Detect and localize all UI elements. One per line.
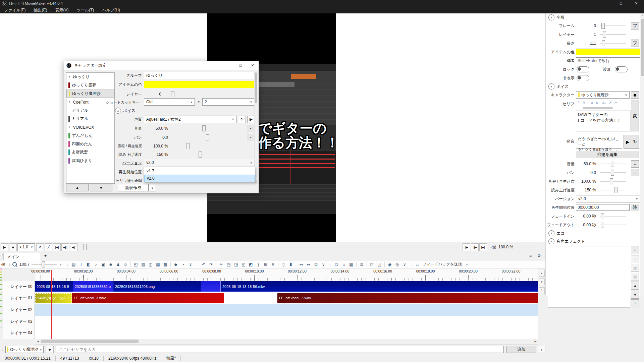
feedback-button[interactable]: フィードバックを送信 — [423, 262, 462, 267]
property-slider[interactable] — [600, 170, 626, 176]
version-option[interactable]: v1.7 — [144, 167, 255, 175]
menu-item-3[interactable]: ツール(T) — [72, 7, 98, 13]
frame-snap-button[interactable]: ⊡ — [313, 261, 319, 267]
tab-main[interactable]: メイン — [3, 253, 41, 260]
layer-lane[interactable]: DAWでギターのFコードLE_off vocal_3.wavLE_off voc… — [35, 293, 538, 304]
redo-button[interactable]: ↷ — [208, 261, 214, 267]
next-item-button[interactable]: |▶ — [463, 243, 470, 251]
layers-scroll-up-button[interactable]: ▲ — [539, 270, 545, 277]
close-button[interactable]: ✕ — [629, 0, 644, 7]
skip-to-end-button[interactable]: ▶| — [479, 243, 487, 251]
font-icon[interactable]: A — [591, 101, 593, 105]
toggle-switch[interactable] — [577, 75, 589, 81]
cut-icon[interactable]: ✂ — [614, 101, 618, 105]
layer-grip-icon[interactable]: ⋮ — [5, 320, 8, 323]
layer-header[interactable]: ⋮レイヤー 01 — [3, 293, 35, 304]
delete-all-button[interactable]: ▮ — [288, 261, 294, 267]
volume-slider[interactable] — [516, 244, 540, 250]
add-group-item[interactable]: ▩ — [162, 261, 168, 267]
timeline-playhead[interactable] — [51, 270, 52, 339]
timeline-clip[interactable]: 2025081513311203.png — [113, 281, 201, 292]
timeline-clip[interactable]: 2025081513353682.p — [73, 281, 113, 292]
timeline-zoom-slider[interactable] — [32, 261, 57, 267]
collapse-chevron-icon[interactable]: ∨ — [548, 230, 554, 236]
character-edit-button[interactable]: ☻ — [631, 91, 639, 99]
add-voice-item[interactable]: ▤ — [71, 261, 77, 267]
pronunciation-play-button[interactable]: ▶ — [624, 135, 632, 149]
lock-button[interactable]: ◩ — [248, 261, 254, 267]
layer-grip-icon[interactable]: ⋮ — [5, 331, 8, 335]
add-serif-button[interactable]: 追加 — [506, 346, 536, 353]
layer-header[interactable]: ⋮レイヤー 04 — [3, 327, 35, 339]
timeline-scrollbar-thumb[interactable] — [41, 340, 139, 343]
serif-textarea[interactable]: DAWでギターの Fコードを作る方法！！ — [576, 111, 631, 131]
add-effect-item[interactable]: ▨ — [140, 261, 146, 267]
next-frame-button[interactable]: ||▶ — [471, 243, 479, 251]
copy-style-button[interactable]: ◸ — [369, 261, 375, 267]
edit-more-chevron[interactable]: ∨ — [320, 261, 326, 267]
pronunciation-textarea[interactable]: だうで/ぎたーの/えふ/こーど を/_ツくる/ほうほう、、 — [576, 135, 622, 149]
property-slider[interactable] — [600, 161, 626, 167]
speech-character-select[interactable]: ゆっくり魔理沙 ∨ — [5, 346, 44, 353]
menu-item-1[interactable]: 編集(E) — [30, 7, 51, 13]
open-project-button[interactable]: ⌂ — [341, 261, 347, 267]
timeline-zoom-value[interactable]: 100.7 — [19, 262, 30, 267]
bold-icon[interactable]: B — [583, 101, 585, 105]
skip-to-start-button[interactable]: |◀ — [53, 243, 61, 251]
layer-header[interactable]: ⋮レイヤー 00 — [3, 281, 35, 293]
feedback-chevron[interactable]: ∨ — [464, 261, 470, 267]
layers-more-button[interactable]: ⋮ — [539, 287, 545, 294]
timeline-settings-icon[interactable]: ⚙ — [537, 253, 541, 258]
grid-button[interactable]: ⊞ — [263, 261, 269, 267]
shortcut-key-select[interactable]: Ctrl∨ — [144, 98, 195, 106]
output-more-chevron[interactable]: ∨ — [401, 261, 408, 267]
property-slider[interactable] — [600, 187, 626, 193]
toggle-switch[interactable] — [615, 66, 628, 72]
save-project-button[interactable]: ▦ — [348, 261, 354, 267]
paste-style-button[interactable]: ◿ — [376, 261, 382, 267]
align-button[interactable]: ≡ — [270, 261, 276, 267]
layer-grip-icon[interactable]: ⋮ — [5, 296, 8, 300]
add-face-item[interactable]: ☺ — [122, 261, 128, 267]
timeline-menu-icon[interactable]: ≡ — [529, 253, 532, 258]
menu-item-0[interactable]: ファイル(F) — [0, 7, 30, 13]
voice-play-button[interactable]: ▶ — [247, 116, 255, 123]
section-general[interactable]: ∧全般 — [546, 13, 640, 21]
dialog-minimize-button[interactable]: – — [222, 61, 234, 70]
collapse-chevron-icon[interactable]: ∧ — [68, 101, 70, 104]
collapse-chevron-icon[interactable]: ∧ — [548, 83, 554, 89]
add-audio-item[interactable]: ♪ — [93, 261, 99, 267]
cut-button[interactable]: ✂ — [218, 261, 224, 267]
timeline-clip[interactable]: LE_off vocal_3.wav — [277, 293, 538, 303]
toggle-switch[interactable] — [577, 66, 589, 72]
slider-thumb[interactable] — [610, 178, 613, 184]
collapse-chevron-icon[interactable]: ∧ — [548, 238, 554, 244]
dlg-pan-minus-button[interactable]: - — [247, 134, 255, 141]
toolbar-grip[interactable]: ⋮ — [8, 262, 11, 266]
collapse-chevron-icon[interactable]: ∧ — [548, 14, 554, 20]
suffix-button[interactable]: - — [631, 169, 639, 176]
camera-button[interactable]: ◎ — [394, 261, 400, 267]
range-play-button[interactable]: ╱ — [45, 243, 52, 251]
volume-icon[interactable]: ◁)) — [490, 244, 496, 250]
move-to-start-button[interactable]: ↤ — [298, 261, 304, 267]
character-select[interactable]: ゆっくり魔理沙∨ — [576, 91, 630, 99]
playback-speed-select[interactable]: x 1.0∨ — [17, 243, 35, 251]
move-up-button[interactable]: ▲ — [631, 282, 639, 290]
layer-header[interactable]: ⋮レイヤー 02 — [3, 304, 35, 316]
section-voice[interactable]: ∧ボイス — [546, 82, 640, 90]
dialog-scrollbar-thumb[interactable] — [255, 73, 257, 103]
new-character-button[interactable]: 新規作成 — [118, 184, 149, 191]
version-select[interactable]: v2.0∨ — [576, 195, 640, 202]
suffix-button[interactable]: - — [631, 160, 639, 168]
timeline-horizontal-scrollbar[interactable]: ◀ ▶ — [35, 339, 539, 345]
serif-text-input[interactable] — [56, 346, 504, 353]
dlg-volume-minus-button[interactable]: - — [247, 125, 255, 132]
clear-format-icon[interactable]: ✗ — [609, 101, 612, 105]
layer-lane[interactable]: 2025-08-15 13-18-52025081513353682.p2025… — [35, 281, 538, 293]
split-button[interactable]: ∦ — [255, 261, 261, 267]
voice-refresh-button[interactable]: ↻ — [238, 116, 246, 123]
pronunciation-refresh-button[interactable]: ↻ — [631, 135, 639, 149]
timeline-clip[interactable]: 2025-08-15 13-18-5 — [35, 281, 73, 292]
menu-item-2[interactable]: 表示(V) — [51, 7, 72, 13]
